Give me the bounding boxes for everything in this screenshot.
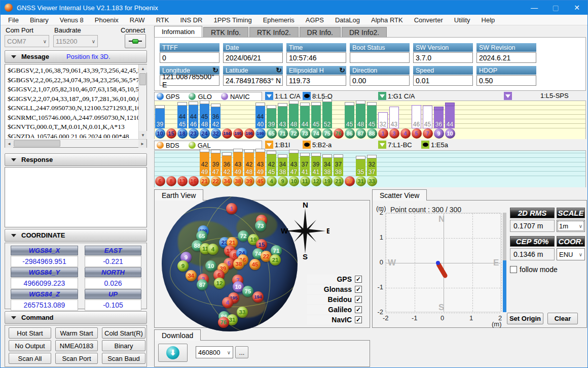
signal-bar-cap [267,105,276,109]
signal-bar-slot [155,151,165,176]
follow-mode-checkbox[interactable] [510,266,517,273]
command-button-cold-start-r-[interactable]: Cold Start(R) [102,327,145,339]
menu-item-ins-dr[interactable]: INS DR [174,16,208,24]
scatter-x-tick: -2 [383,314,389,322]
satellite-ball-slot: 76 [333,128,344,139]
tab-rtk-info2-[interactable]: RTK Info2. [249,27,299,37]
scroll-down-arrow[interactable]: ▼ [139,131,147,139]
maximize-button[interactable]: ▢ [545,1,566,15]
menu-item-agps[interactable]: AGPS [300,16,329,24]
snr-bottom-value: 47 [288,169,299,176]
scatter-letter-s: S [438,303,444,313]
message-vscrollbar[interactable]: ▲ ▼ [138,64,146,139]
constellation-checkbox-gps[interactable]: ✓ [355,276,362,283]
refresh-icon[interactable]: ↻ [339,66,345,74]
legend-signal-label: 1:G1 C/A [388,92,415,100]
menu-item-file[interactable]: File [3,16,24,24]
info-field-label: Speed [413,66,473,75]
satellite-ball-slot: 194 [222,128,232,139]
command-button-scan-port[interactable]: Scan Port [55,353,98,364]
menu-item-help[interactable]: Help [476,16,501,24]
signal-bar-slot: 3438 [322,151,333,176]
baudrate-select[interactable]: 115200∨ [53,35,98,47]
scroll-right-arrow[interactable]: ► [138,140,146,148]
constellation-checkbox-navic[interactable]: ✓ [355,316,362,323]
menu-item-ephemeris[interactable]: Ephemeris [258,16,300,24]
constellation-checkbox-beidou[interactable]: ✓ [355,296,362,303]
refresh-icon[interactable]: ↻ [276,66,282,74]
nmea-line: $GNZDA,105746.000,21,06,2024,00,00*48 [8,132,138,139]
menu-item-phoenix[interactable]: Phoenix [89,16,124,24]
satellite-ball: 65 [267,128,277,139]
snr-bottom-value: 45 [266,169,277,176]
scale-select[interactable]: 1m∨ [557,220,585,232]
tab-dr-info-[interactable]: DR Info. [300,27,341,37]
command-button-nmea0183[interactable]: NMEA0183 [55,340,98,351]
hscroll-thumb[interactable] [14,140,60,147]
clear-button[interactable]: Clear [547,313,578,324]
minimize-button[interactable]: — [524,1,545,15]
nmea-line: $GNVTG,000.0,T,,M,0.01,N,0.01,K,A*13 [8,122,138,132]
menu-item-venus-8[interactable]: Venus 8 [54,16,89,24]
command-button-scan-all[interactable]: Scan All [9,353,51,364]
signal-bar-slot: 3438 [277,151,288,176]
scroll-left-arrow[interactable]: ◄ [5,140,13,148]
vscroll-thumb[interactable] [139,73,146,85]
menu-item-datalog[interactable]: DataLog [329,16,365,24]
com-port-select[interactable]: COM7∨ [5,35,49,47]
satellite-ball-slot: 199 [255,128,266,139]
scatter-x-tick: 2 [498,314,502,322]
nmea-message-list[interactable]: $GBGSV,2,1,06,38,79,061,43,39,73,256,42,… [5,64,138,138]
browse-button[interactable]: ... [235,346,248,358]
collapse-triangle-icon [11,55,16,58]
constellation-checkbox-glonass[interactable]: ✓ [355,286,362,293]
response-panel [5,167,147,227]
menu-item-alpha-rtk[interactable]: Alpha RTK [365,16,409,24]
download-button[interactable]: ⬇ [158,344,188,362]
coor-select[interactable]: ENU∨ [557,248,585,260]
ellipse-icon [303,92,311,100]
satellite-ball-slot: 13 [177,176,188,187]
download-baud-select[interactable]: 460800∨ [196,346,233,358]
command-section-header[interactable]: Command [5,311,147,324]
tab-dr-info2-[interactable]: DR Info2. [342,27,387,37]
satellite-ball: 3 [389,128,399,139]
command-button-binary[interactable]: Binary [102,340,145,351]
close-button[interactable]: ✕ [566,1,587,15]
scatter-view-tab[interactable]: Scatter View [372,189,427,200]
command-button-scan-baud[interactable]: Scan Baud [102,353,145,364]
satellite-ball: 194 [222,128,232,139]
menu-item-rtk[interactable]: RTK [151,16,175,24]
menu-item-converter[interactable]: Converter [409,16,449,24]
message-hscrollbar[interactable]: ◄ ► [5,139,146,147]
snr-bottom-value: 38 [322,169,333,176]
earth-satellite-marker: 45 [249,259,261,270]
constellation-checkbox-galileo[interactable]: ✓ [355,306,362,313]
download-tab[interactable]: Download [154,329,201,341]
message-section-header[interactable]: Message Position fix 3D. [5,50,147,63]
coordinate-section-header[interactable]: COORDINATE [5,229,147,242]
constellation-label: NavIC [332,316,352,324]
menu-item-utility[interactable]: Utility [449,16,476,24]
connect-button[interactable] [125,34,146,48]
signal-bar-cap [367,155,377,158]
tab-information[interactable]: Information [154,26,202,37]
menu-item-raw[interactable]: RAW [124,16,151,24]
satellite-ball: 10 [445,128,455,139]
tab-rtk-info-[interactable]: RTK Info. [203,27,248,37]
info-field-value: 0 [160,52,219,63]
satellite-ball-slot: 1 [378,128,388,139]
scatter-gridline-v [444,213,444,312]
earth-view-tab[interactable]: Earth View [154,189,203,200]
refresh-icon[interactable]: ↻ [212,66,218,74]
signal-bar-slot: 52 [322,101,333,128]
scroll-up-arrow[interactable]: ▲ [139,64,147,73]
snr-bottom-value: 44 [300,121,310,128]
command-button-hot-start[interactable]: Hot Start [9,327,51,339]
command-button-no-output[interactable]: No Output [9,340,51,351]
menu-item-1pps-timing[interactable]: 1PPS Timing [208,16,257,24]
menu-item-binary[interactable]: Binary [24,16,54,24]
response-section-header[interactable]: Response [5,153,147,166]
command-button-warm-start[interactable]: Warm Start [55,327,98,339]
set-origin-button[interactable]: Set Origin [507,313,543,324]
